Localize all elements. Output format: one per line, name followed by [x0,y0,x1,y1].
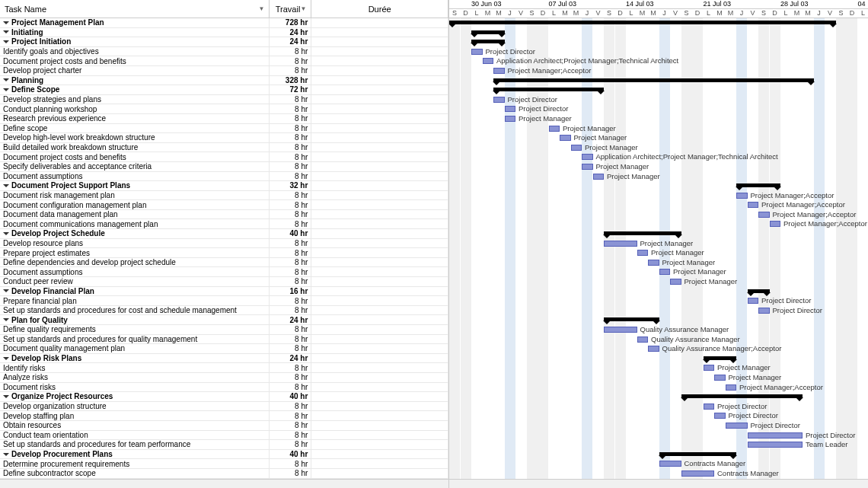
table-row[interactable]: Define scope8 hr [0,124,448,134]
col-travail[interactable]: Travail▼ [270,0,311,18]
task-bar[interactable] [560,135,571,141]
task-bar[interactable] [582,164,593,170]
table-row[interactable]: Document configuration management plan8 … [0,200,448,210]
table-row[interactable]: Analyze risks8 hr [0,373,448,383]
collapse-icon[interactable] [3,289,9,292]
collapse-icon[interactable] [3,453,9,456]
collapse-icon[interactable] [3,88,9,91]
table-row[interactable]: Document assumptions8 hr [0,267,448,277]
table-row[interactable]: Prepare financial plan8 hr [0,296,448,306]
table-row[interactable]: Conduct peer review8 hr [0,277,448,287]
table-row[interactable]: Document risks8 hr [0,383,448,393]
table-row[interactable]: Build detailed work breakdown structure8… [0,143,448,153]
task-bar[interactable] [571,145,582,151]
task-bar[interactable] [736,193,748,199]
table-row[interactable]: Document assumptions8 hr [0,172,448,182]
table-row[interactable]: Conduct team orientation8 hr [0,431,448,441]
table-row[interactable]: Develop Risk Plans24 hr [0,354,448,364]
task-bar[interactable] [748,298,759,304]
summary-bar[interactable] [493,88,604,91]
collapse-icon[interactable] [3,78,9,81]
task-bar[interactable] [681,470,715,477]
table-row[interactable]: Develop Financial Plan16 hr [0,287,448,297]
table-row[interactable]: Develop staffing plan8 hr [0,411,448,421]
table-row[interactable]: Prepare project estimates8 hr [0,248,448,258]
summary-bar[interactable] [736,183,780,187]
h-scrollbar-left[interactable] [0,479,448,488]
col-duree[interactable]: Durée [311,0,448,18]
h-scrollbar-right[interactable] [449,479,868,488]
task-bar[interactable] [637,250,649,256]
collapse-icon[interactable] [3,184,9,187]
task-bar[interactable] [505,106,516,112]
task-bar[interactable] [505,116,516,122]
col-task-name[interactable]: Task Name▼ [0,0,270,18]
task-bar[interactable] [714,375,726,381]
task-bar[interactable] [604,327,637,333]
task-bar[interactable] [704,403,715,410]
task-bar[interactable] [758,212,770,218]
table-row[interactable]: Define dependencies and develop project … [0,258,448,268]
task-bar[interactable] [549,126,560,132]
table-row[interactable]: Develop project charter8 hr [0,66,448,76]
task-bar[interactable] [748,442,803,448]
table-row[interactable]: Develop high-level work breakdown struct… [0,133,448,143]
table-row[interactable]: Develop strategies and plans8 hr [0,95,448,105]
table-row[interactable]: Document data management plan8 hr [0,210,448,220]
table-row[interactable]: Document quality management plan8 hr [0,344,448,354]
task-bar[interactable] [471,49,483,55]
table-row[interactable]: Determine procurement requirements8 hr [0,459,448,469]
summary-bar[interactable] [449,21,836,24]
task-bar[interactable] [659,461,681,467]
task-bar[interactable] [582,154,593,160]
task-bar[interactable] [593,174,605,180]
table-row[interactable]: Specify deliverables and acceptance crit… [0,162,448,172]
task-bar[interactable] [648,346,659,352]
table-row[interactable]: Plan for Quality24 hr [0,315,448,325]
gantt-chart[interactable]: 30 Jun 0307 Jul 0314 Jul 0321 Jul 0328 J… [449,0,868,488]
table-row[interactable]: Set up standards and procedures for cost… [0,306,448,316]
table-row[interactable]: Planning328 hr [0,76,448,86]
summary-bar[interactable] [471,30,505,34]
table-row[interactable]: Document communications management plan8… [0,219,448,229]
collapse-icon[interactable] [3,30,9,33]
table-row[interactable]: Develop organization structure8 hr [0,402,448,412]
table-row[interactable]: Develop Project Schedule40 hr [0,229,448,239]
summary-bar[interactable] [471,40,505,43]
collapse-icon[interactable] [3,232,9,235]
table-row[interactable]: Document project costs and benefits8 hr [0,152,448,162]
table-row[interactable]: Develop resource plans8 hr [0,239,448,249]
table-row[interactable]: Develop Procurement Plans40 hr [0,450,448,460]
table-row[interactable]: Organize Project Resources40 hr [0,392,448,402]
summary-bar[interactable] [681,394,803,398]
task-bar[interactable] [670,279,681,285]
task-bar[interactable] [726,423,748,429]
task-bar[interactable] [726,384,737,391]
collapse-icon[interactable] [3,318,9,321]
collapse-icon[interactable] [3,40,9,43]
table-row[interactable]: Set up standards and procedures for team… [0,440,448,450]
task-bar[interactable] [604,241,637,247]
summary-bar[interactable] [493,78,814,82]
table-row[interactable]: Project Initiation24 hr [0,37,448,47]
table-row[interactable]: Initiating24 hr [0,28,448,38]
table-row[interactable]: Identify risks8 hr [0,363,448,373]
task-bar[interactable] [704,365,715,371]
task-bar[interactable] [493,97,505,103]
table-row[interactable]: Document risk management plan8 hr [0,191,448,201]
table-row[interactable]: Define subcontractor scope8 hr [0,469,448,479]
table-row[interactable]: Set up standards and procedures for qual… [0,335,448,345]
summary-bar[interactable] [704,356,737,360]
summary-bar[interactable] [748,289,770,293]
table-row[interactable]: Conduct planning workshop8 hr [0,104,448,114]
task-bar[interactable] [493,68,505,74]
task-table[interactable]: Task Name▼ Travail▼ Durée Project Manage… [0,0,449,488]
summary-bar[interactable] [604,317,659,321]
table-row[interactable]: Document project costs and benefits8 hr [0,56,448,66]
table-row[interactable]: Define quality requirements8 hr [0,325,448,335]
task-bar[interactable] [659,269,671,275]
task-bar[interactable] [748,432,803,439]
task-bar[interactable] [637,336,649,343]
task-bar[interactable] [748,202,759,208]
table-row[interactable]: Project Management Plan728 hr [0,18,448,28]
